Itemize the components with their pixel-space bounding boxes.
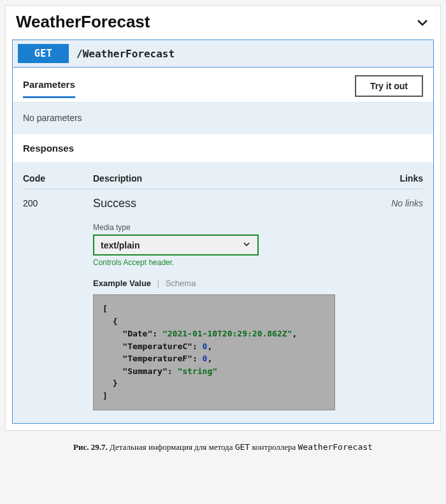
media-type-label: Media type xyxy=(93,223,372,232)
caption-prefix: Рис. 29.7. xyxy=(73,442,108,452)
chevron-down-icon xyxy=(415,15,430,30)
try-it-out-button[interactable]: Try it out xyxy=(355,75,423,97)
example-schema-tabs: Example Value | Schema xyxy=(93,278,372,288)
tab-schema[interactable]: Schema xyxy=(166,278,196,288)
responses-body: Code Description Links 200 Success Media… xyxy=(13,163,433,423)
caption-text-1: Детальная информация для метода xyxy=(108,442,235,452)
chevron-down-icon xyxy=(242,240,251,250)
operation-summary[interactable]: GET /WeatherForecast xyxy=(13,40,433,68)
figure-caption: Рис. 29.7. Детальная информация для мето… xyxy=(5,442,441,452)
column-links: Links xyxy=(372,173,423,184)
no-parameters-text: No parameters xyxy=(13,103,433,133)
operation-block: GET /WeatherForecast Parameters Try it o… xyxy=(12,40,434,424)
responses-header: Responses xyxy=(13,133,433,163)
media-type-select[interactable]: text/plain xyxy=(93,234,259,256)
caption-code-2: WeatherForecast xyxy=(298,442,373,452)
caption-code-1: GET xyxy=(235,442,250,452)
section-header[interactable]: WeatherForecast xyxy=(6,6,440,40)
tab-example-value[interactable]: Example Value xyxy=(93,278,151,288)
responses-table-header: Code Description Links xyxy=(23,173,423,189)
operation-path: /WeatherForecast xyxy=(76,48,175,60)
column-code: Code xyxy=(23,173,93,184)
response-description-cell: Success Media type text/plain Controls A… xyxy=(93,197,372,410)
example-json-block: [ { "Date": "2021-01-10T20:29:20.862Z", … xyxy=(93,294,335,410)
tab-parameters[interactable]: Parameters xyxy=(23,79,75,98)
http-method-badge: GET xyxy=(18,44,69,63)
response-row: 200 Success Media type text/plain Contro… xyxy=(23,197,423,410)
column-description: Description xyxy=(93,173,372,184)
caption-text-2: контроллера xyxy=(250,442,298,452)
tab-divider: | xyxy=(157,278,159,288)
media-type-value: text/plain xyxy=(101,240,140,250)
section-title: WeatherForecast xyxy=(16,12,150,32)
response-description: Success xyxy=(93,197,372,210)
response-links: No links xyxy=(372,197,423,410)
parameters-bar: Parameters Try it out xyxy=(13,68,433,103)
accept-header-hint: Controls Accept header. xyxy=(93,258,372,267)
response-code: 200 xyxy=(23,197,93,410)
